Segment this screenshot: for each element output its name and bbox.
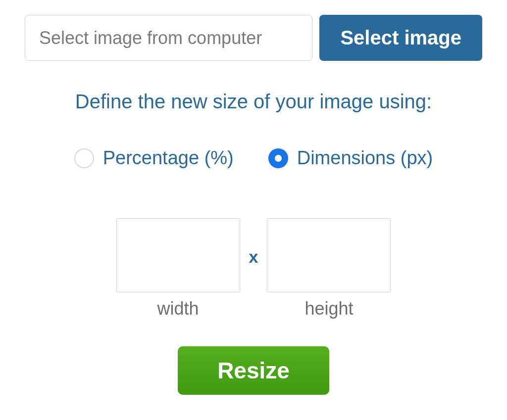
radio-icon [74,148,94,168]
file-path-placeholder: Select image from computer [39,28,262,48]
size-method-radio-group: Percentage (%) Dimensions (px) [25,147,482,169]
percentage-option-label: Percentage (%) [103,147,234,169]
percentage-option[interactable]: Percentage (%) [74,147,234,169]
dimensions-option-label: Dimensions (px) [297,147,433,169]
dimensions-input-row: width x height [25,218,482,319]
resize-button[interactable]: Resize [178,346,329,395]
height-input[interactable] [267,218,391,292]
file-select-row: Select image from computer Select image [25,15,482,61]
width-input[interactable] [116,218,240,292]
resize-button-label: Resize [217,358,290,383]
file-path-display[interactable]: Select image from computer [25,15,312,61]
height-label: height [304,298,353,319]
size-method-heading: Define the new size of your image using: [25,91,482,113]
dimension-separator: x [249,247,258,267]
height-group: height [267,218,391,319]
select-image-button-label: Select image [340,27,461,49]
resize-row: Resize [25,346,482,395]
width-group: width [116,218,240,319]
radio-icon [268,148,288,168]
width-label: width [157,298,199,319]
select-image-button[interactable]: Select image [319,15,482,61]
dimensions-option[interactable]: Dimensions (px) [268,147,433,169]
